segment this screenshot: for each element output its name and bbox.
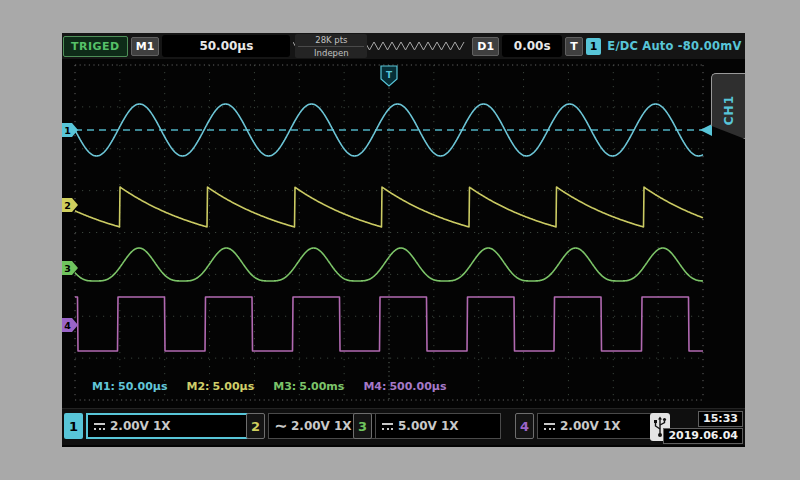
channel-4-settings[interactable]: 2.00V 1X bbox=[537, 413, 657, 439]
m1-readout: M1:50.00μs bbox=[92, 380, 170, 393]
channel-status-bar: 1 2.00V 1X 2 2.00V 1X 3 5.00 bbox=[62, 408, 745, 445]
trigger-source-badge[interactable]: 1 bbox=[586, 38, 602, 55]
acquisition-info-chip[interactable]: 28K pts Indepen bbox=[295, 34, 367, 58]
m4-readout: M4:500.00μs bbox=[363, 380, 449, 393]
channel-4-group[interactable]: 4 2.00V 1X bbox=[515, 413, 657, 439]
chip-divider bbox=[298, 46, 364, 47]
time-display: 15:33 bbox=[698, 411, 743, 427]
channel-1-scale: 2.00V bbox=[110, 419, 149, 433]
coupling-dc-icon bbox=[381, 420, 394, 432]
trigger-status-badge: TRIGED bbox=[63, 36, 128, 57]
channel-1-group[interactable]: 1 2.00V 1X bbox=[64, 413, 252, 439]
ch2-trace bbox=[75, 187, 703, 227]
timebase-mode-badge: M1 bbox=[131, 37, 160, 56]
memory-depth-label: 28K pts bbox=[315, 35, 347, 45]
coupling-dc-icon bbox=[93, 420, 106, 432]
channel-3-group[interactable]: 3 5.00V 1X bbox=[353, 413, 501, 439]
channel-2-probe: 1X bbox=[334, 419, 352, 433]
ch1-marker-label: 1 bbox=[64, 125, 71, 136]
channel-2-scale: 2.00V bbox=[291, 419, 330, 433]
horizontal-delay-badge: D1 bbox=[472, 37, 499, 56]
channel-4-badge[interactable]: 4 bbox=[515, 413, 534, 439]
channel-1-settings[interactable]: 2.00V 1X bbox=[86, 413, 252, 439]
trigger-settings-readout[interactable]: E∕DC Auto -80.00mV bbox=[607, 39, 741, 53]
ch3-trace bbox=[75, 248, 703, 281]
channel-3-badge[interactable]: 3 bbox=[353, 413, 372, 439]
tab-ch1-label: CH1 bbox=[722, 87, 736, 125]
ch4-marker-label: 4 bbox=[64, 320, 71, 331]
channel-1-probe: 1X bbox=[153, 419, 171, 433]
m2-readout: M2:5.00μs bbox=[186, 380, 257, 393]
ch2-marker-label: 2 bbox=[64, 200, 71, 211]
channel-1-badge[interactable]: 1 bbox=[64, 413, 83, 439]
memory-position-indicator: 28K pts Indepen bbox=[293, 33, 469, 59]
channel-4-probe: 1X bbox=[603, 419, 621, 433]
acquire-mode-label: Indepen bbox=[314, 48, 349, 58]
coupling-ac-icon bbox=[274, 420, 287, 432]
coupling-dc-icon bbox=[543, 420, 556, 432]
trigger-badge: T bbox=[565, 37, 583, 56]
oscilloscope-screenshot: 1234T TRIGED M1 50.00μs 28K pts Indepen … bbox=[0, 0, 800, 480]
date-display: 2019.06.04 bbox=[663, 428, 743, 444]
timebase-readouts: M1:50.00μs M2:5.00μs M3:5.00ms M4:500.00… bbox=[92, 380, 449, 393]
channel-4-scale: 2.00V bbox=[560, 419, 599, 433]
timebase-value[interactable]: 50.00μs bbox=[162, 35, 290, 57]
trigger-position-label: T bbox=[386, 70, 393, 80]
clock: 15:33 2019.06.04 bbox=[663, 411, 743, 444]
channel-3-scale: 5.00V bbox=[398, 419, 437, 433]
m3-readout: M3:5.00ms bbox=[273, 380, 347, 393]
top-status-bar: TRIGED M1 50.00μs 28K pts Indepen D1 0.0… bbox=[62, 33, 745, 59]
ch4-trace bbox=[75, 297, 703, 351]
channel-3-probe: 1X bbox=[441, 419, 459, 433]
channel-3-settings[interactable]: 5.00V 1X bbox=[375, 413, 501, 439]
oscilloscope-screen: 1234T TRIGED M1 50.00μs 28K pts Indepen … bbox=[62, 33, 745, 447]
horizontal-offset-value[interactable]: 0.00s bbox=[502, 35, 562, 57]
ch3-marker-label: 3 bbox=[64, 263, 71, 274]
trigger-level-marker[interactable] bbox=[700, 124, 712, 136]
channel-2-badge[interactable]: 2 bbox=[246, 413, 265, 439]
